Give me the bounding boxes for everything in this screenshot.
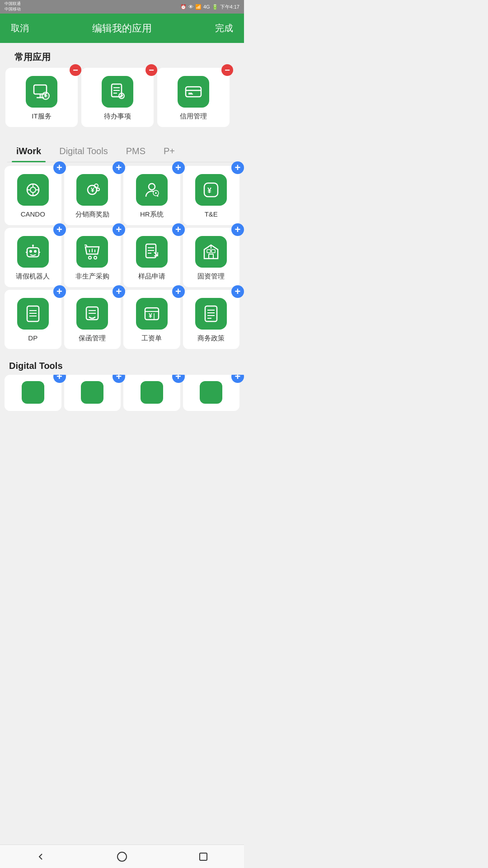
svg-point-34	[34, 250, 37, 253]
tab-pms[interactable]: PMS	[117, 142, 155, 162]
tabs-container: iWork Digital Tools PMS P+	[0, 134, 244, 162]
cando-icon	[17, 174, 49, 206]
add-hr-button[interactable]: +	[172, 161, 185, 174]
salary-icon: ¥	[136, 298, 168, 330]
iwork-app-grid: + CANDO + ¥	[0, 162, 244, 355]
guarantee-label: 保函管理	[79, 334, 106, 343]
svg-point-40	[94, 256, 97, 259]
app-guarantee[interactable]: + 保函管理	[64, 290, 121, 349]
add-nonprod-button[interactable]: +	[113, 223, 125, 236]
status-right: ⏰ 👁 📶 4G 🔋 下午4:17	[180, 4, 239, 10]
business-label: 商务政策	[197, 334, 225, 343]
svg-rect-49	[209, 254, 213, 259]
common-app-todo[interactable]: − 待办事项	[81, 68, 154, 127]
svg-point-16	[30, 187, 36, 193]
dp-icon	[17, 298, 49, 330]
digital-app-2[interactable]: +	[64, 375, 121, 411]
app-sample[interactable]: + 样品申请	[123, 228, 180, 287]
app-salary[interactable]: + ¥ 工资单	[123, 290, 180, 349]
it-service-icon	[26, 76, 57, 108]
te-icon: ¥	[195, 174, 227, 206]
common-apps-row: − IT服务 −	[5, 68, 239, 127]
app-leave-bot[interactable]: + 请假机器人	[5, 228, 61, 287]
remove-todo-button[interactable]: −	[145, 64, 157, 76]
dp-label: DP	[28, 334, 38, 342]
common-app-it-service[interactable]: − IT服务	[5, 68, 78, 127]
battery-icon: 🔋	[212, 4, 218, 10]
cancel-button[interactable]: 取消	[11, 22, 29, 34]
add-te-button[interactable]: +	[231, 161, 244, 174]
app-row-1: + CANDO + ¥	[5, 166, 239, 225]
guarantee-icon	[76, 298, 108, 330]
app-hr[interactable]: + HR系统	[123, 166, 180, 225]
business-icon	[195, 298, 227, 330]
header-title: 编辑我的应用	[92, 22, 152, 35]
done-button[interactable]: 完成	[215, 22, 233, 34]
todo-label: 待办事项	[104, 112, 131, 121]
svg-rect-51	[207, 250, 211, 253]
app-dp[interactable]: + DP	[5, 290, 61, 349]
app-distributor[interactable]: + ¥ 分销商奖励	[64, 166, 121, 225]
svg-rect-11	[186, 87, 201, 97]
app-business[interactable]: + 商务政策	[183, 290, 240, 349]
app-asset[interactable]: + 固资管理	[183, 228, 240, 287]
distributor-icon: ¥	[76, 174, 108, 206]
svg-point-33	[29, 250, 32, 253]
add-guarantee-button[interactable]: +	[113, 285, 125, 298]
clock-icon: ⏰	[180, 4, 187, 10]
carrier-info: 中国联通 中国移动	[5, 1, 21, 12]
common-apps-title: 常用应用	[5, 43, 239, 68]
svg-point-39	[89, 256, 91, 259]
add-cando-button[interactable]: +	[53, 161, 66, 174]
app-row-2: + 请假机器人 +	[5, 228, 239, 287]
credit-label: 信用管理	[180, 112, 207, 121]
hr-label: HR系统	[140, 210, 164, 219]
common-apps-section: 常用应用 − IT服务 −	[0, 43, 244, 134]
svg-rect-52	[211, 250, 215, 253]
remove-credit-button[interactable]: −	[221, 64, 233, 76]
add-business-button[interactable]: +	[231, 285, 244, 298]
digital-tools-partial-row: + + + +	[0, 375, 244, 411]
app-cando[interactable]: + CANDO	[5, 166, 61, 225]
add-leave-bot-button[interactable]: +	[53, 223, 66, 236]
add-sample-button[interactable]: +	[172, 223, 185, 236]
credit-icon	[178, 76, 209, 108]
todo-icon	[102, 76, 133, 108]
leave-bot-label: 请假机器人	[16, 272, 50, 281]
digital-tools-title: Digital Tools	[9, 361, 235, 371]
distributor-label: 分销商奖励	[75, 210, 109, 219]
eye-icon: 👁	[188, 4, 193, 9]
hr-icon	[136, 174, 168, 206]
svg-text:¥: ¥	[91, 186, 94, 193]
svg-point-26	[149, 184, 155, 190]
svg-text:¥: ¥	[207, 187, 211, 194]
asset-icon	[195, 236, 227, 268]
add-dp-button[interactable]: +	[53, 285, 66, 298]
leave-bot-icon	[17, 236, 49, 268]
remove-it-service-button[interactable]: −	[70, 64, 81, 76]
svg-text:¥: ¥	[149, 312, 152, 319]
cando-label: CANDO	[21, 210, 45, 218]
app-nonprod[interactable]: + 非生产采购	[64, 228, 121, 287]
it-service-label: IT服务	[32, 112, 51, 121]
app-row-3: + DP + 保函管理	[5, 290, 239, 349]
add-digital-4-button[interactable]: +	[231, 375, 244, 383]
digital-app-3[interactable]: +	[123, 375, 180, 411]
add-distributor-button[interactable]: +	[113, 161, 125, 174]
sample-label: 样品申请	[138, 272, 165, 281]
digital-tools-section: Digital Tools	[0, 355, 244, 375]
wifi-icon: 📶	[195, 4, 202, 10]
add-asset-button[interactable]: +	[231, 223, 244, 236]
tabs: iWork Digital Tools PMS P+	[7, 142, 237, 162]
svg-rect-64	[205, 306, 217, 321]
add-salary-button[interactable]: +	[172, 285, 185, 298]
sample-icon	[136, 236, 168, 268]
app-te[interactable]: + ¥ T&E	[183, 166, 240, 225]
digital-app-1[interactable]: +	[5, 375, 61, 411]
tab-pplus[interactable]: P+	[155, 142, 184, 162]
tab-digital-tools[interactable]: Digital Tools	[50, 142, 117, 162]
tab-iwork[interactable]: iWork	[7, 142, 50, 162]
common-app-credit[interactable]: − 信用管理	[157, 68, 230, 127]
digital-app-4[interactable]: +	[183, 375, 240, 411]
salary-label: 工资单	[141, 334, 162, 343]
